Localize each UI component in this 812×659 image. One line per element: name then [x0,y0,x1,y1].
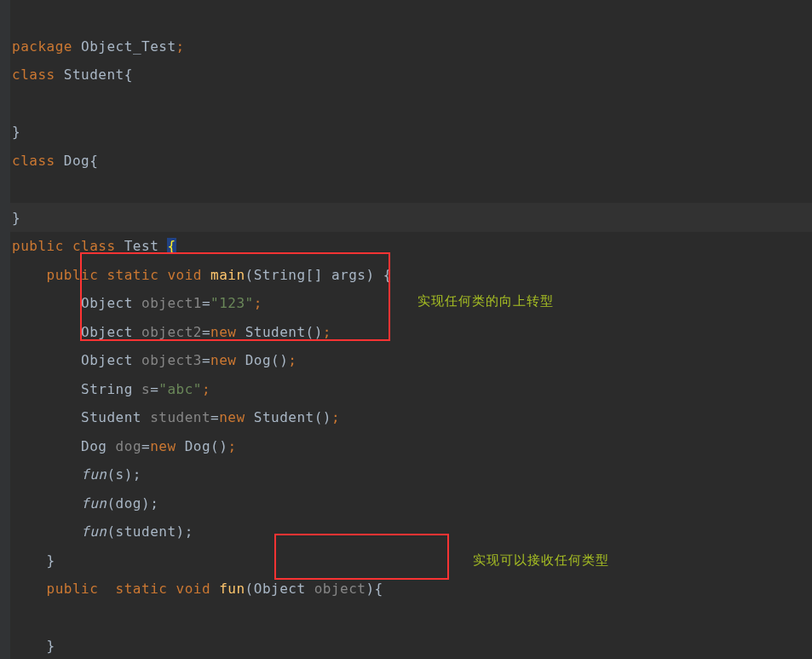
line-8: public class Test { [12,238,176,254]
line-13: String s="abc"; [12,381,210,397]
line-20: public static void fun(Object object){ [12,581,383,597]
annotation-2: 实现可以接收任何类型 [473,546,609,575]
line-1: package Object_Test; [12,38,185,55]
annotation-1: 实现任何类的向上转型 [418,286,554,315]
line-3 [12,95,20,112]
line-15: Dog dog=new Dog(); [12,438,237,454]
line-19: } [12,552,55,569]
line-2: class Student{ [12,66,133,83]
matched-brace-open: { [167,238,176,254]
line-11: Object object2=new Student(); [12,324,331,340]
code-editor-content[interactable]: package Object_Test; class Student{ } cl… [12,3,392,659]
line-5: class Dog{ [12,153,98,169]
line-4: } [12,124,20,140]
line-18: fun(student); [12,523,193,540]
line-22: } [12,638,55,654]
line-10: Object object1="123"; [12,295,262,311]
line-6 [12,181,20,197]
line-21 [12,610,20,626]
editor-gutter [0,0,10,659]
line-7: } [12,210,20,226]
line-17: fun(dog); [12,495,158,512]
line-14: Student student=new Student(); [12,409,340,425]
line-16: fun(s); [12,466,141,483]
line-12: Object object3=new Dog(); [12,352,297,368]
line-9: public static void main(String[] args) { [12,267,392,283]
